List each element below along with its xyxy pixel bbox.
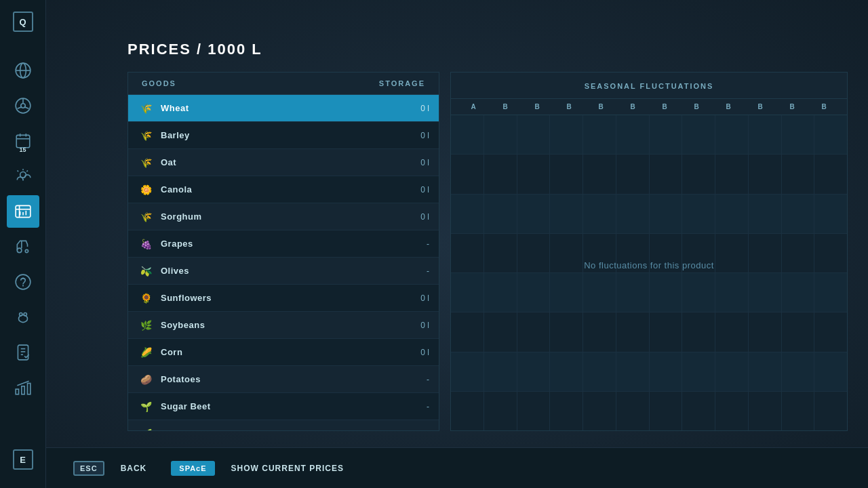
q-key-badge: Q [13, 12, 33, 32]
goods-icon: 🌽 [138, 344, 154, 361]
grid-cell [749, 312, 782, 351]
goods-name: Sunflowers [161, 293, 409, 303]
show-prices-label: SHOW CURRENT PRICES [231, 464, 344, 473]
sidebar-item-tractor[interactable] [7, 230, 39, 263]
grid-cell [616, 155, 650, 193]
sidebar-item-prices[interactable] [7, 195, 39, 228]
goods-storage: 0 l [409, 158, 429, 167]
grid-cell [484, 312, 517, 351]
grid-cell [814, 392, 847, 430]
calendar-badge: 15 [19, 146, 26, 153]
grid-cell [715, 115, 749, 154]
col-header: B [649, 99, 681, 115]
grid-cell [782, 195, 815, 233]
goods-header: GOODS STORAGE [128, 73, 439, 95]
goods-name: Sugar Beet [161, 401, 409, 411]
grid-cell [682, 195, 715, 233]
grid-cell [451, 352, 484, 391]
grid-rows [451, 115, 847, 430]
svg-line-16 [26, 171, 28, 172]
svg-point-23 [17, 248, 21, 253]
sidebar-item-calendar[interactable]: 15 [7, 125, 39, 157]
goods-icon: 🌼 [138, 182, 154, 198]
space-key-button[interactable]: SPAcE [171, 461, 214, 476]
goods-storage: 0 l [409, 348, 429, 357]
grid-cell [814, 234, 847, 272]
goods-name: Corn [161, 347, 409, 357]
goods-list[interactable]: 🌾Wheat0 l🌾Barley0 l🌾Oat0 l🌼Canola0 l🌾Sor… [128, 95, 439, 430]
grid-cell [782, 234, 815, 272]
storage-column-header: STORAGE [379, 79, 425, 87]
grid-cell [550, 234, 583, 272]
sidebar-item-globe[interactable] [7, 54, 39, 87]
esc-key-button[interactable]: ESC [73, 461, 104, 476]
no-fluctuations-message: No fluctuations for this product [584, 260, 714, 270]
goods-storage: 0 l [409, 212, 429, 222]
page-title: PRICES / 1000 L [127, 41, 848, 58]
col-header: B [713, 99, 745, 115]
goods-row[interactable]: 🌾Oat0 l [128, 149, 439, 176]
grid-row [451, 195, 847, 234]
sidebar-item-contracts[interactable] [7, 336, 39, 369]
goods-row[interactable]: 🌽Corn0 l [128, 339, 439, 366]
bottom-bar: ESC BACK SPAcE SHOW CURRENT PRICES [46, 447, 868, 488]
goods-row[interactable]: 🫒Olives- [128, 258, 439, 285]
goods-row[interactable]: 🌱Sugar Beet Cut- [128, 420, 439, 430]
grid-cell [715, 195, 749, 233]
grid-cell [484, 392, 517, 430]
fluctuations-title: SEASONAL FLUCTUATIONS [585, 82, 714, 90]
goods-name: Oat [161, 157, 409, 167]
goods-name: Canola [161, 184, 409, 195]
goods-row[interactable]: 🥔Potatoes- [128, 366, 439, 393]
goods-name: Sugar Beet Cut [161, 428, 409, 430]
sidebar-item-e[interactable]: E [7, 443, 39, 476]
sidebar-item-weather[interactable] [7, 160, 39, 192]
goods-row[interactable]: 🌿Soybeans0 l [128, 312, 439, 339]
sidebar-item-production[interactable] [7, 371, 39, 404]
grid-cell [616, 195, 650, 233]
grid-cell [550, 312, 583, 351]
sidebar-item-animals[interactable] [7, 301, 39, 333]
grid-cell [583, 115, 616, 154]
svg-point-30 [19, 313, 22, 316]
sidebar-item-steering[interactable] [7, 89, 39, 122]
grid-cell [616, 273, 650, 312]
grid-cell [484, 195, 517, 233]
goods-row[interactable]: 🌾Barley0 l [128, 122, 439, 149]
grid-cell [715, 352, 749, 391]
fluctuations-header: SEASONAL FLUCTUATIONS [451, 73, 847, 99]
goods-storage: - [409, 239, 429, 249]
grid-cell [682, 115, 715, 154]
goods-row[interactable]: 🌾Sorghum0 l [128, 203, 439, 230]
fluctuations-panel: SEASONAL FLUCTUATIONS ABBBBBBBBBBB No fl… [450, 72, 848, 431]
goods-row[interactable]: 🌼Canola0 l [128, 176, 439, 203]
sidebar-item-money[interactable] [7, 266, 39, 298]
svg-point-26 [16, 274, 31, 289]
grid-cell [650, 115, 683, 154]
goods-row[interactable]: 🍇Grapes- [128, 230, 439, 258]
goods-row[interactable]: 🌻Sunflowers0 l [128, 285, 439, 312]
grid-cell [451, 312, 484, 351]
goods-name: Barley [161, 130, 409, 140]
goods-row[interactable]: 🌱Sugar Beet- [128, 393, 439, 420]
col-header: A [458, 99, 490, 115]
grid-cell [715, 392, 749, 430]
grid-cell [749, 392, 782, 430]
grid-cell [583, 195, 616, 233]
grid-cell [517, 273, 551, 312]
sidebar-item-q[interactable]: Q [7, 5, 39, 38]
grid-cell [782, 392, 815, 430]
grid-row [451, 273, 847, 312]
grid-row [451, 312, 847, 352]
grid-cell [517, 195, 551, 233]
col-header: B [681, 99, 713, 115]
goods-row[interactable]: 🌾Wheat0 l [128, 95, 439, 122]
goods-icon: 🥔 [138, 371, 154, 388]
grid-cell [517, 392, 551, 430]
col-header: B [808, 99, 840, 115]
grid-cell [484, 352, 517, 391]
grid-cell [616, 312, 650, 351]
grid-cell [749, 234, 782, 272]
col-header: B [585, 99, 617, 115]
grid-cell [517, 115, 551, 154]
